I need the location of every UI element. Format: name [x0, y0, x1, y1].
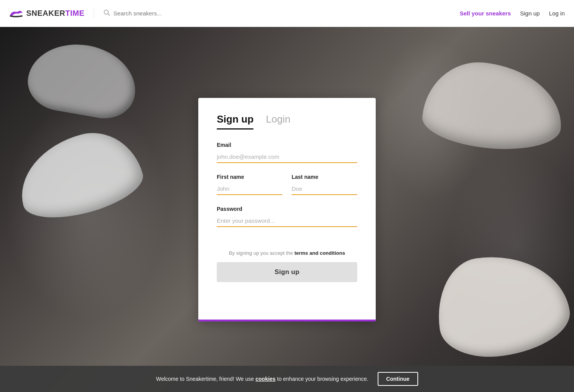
email-group: Email [217, 142, 357, 163]
nav-login-link[interactable]: Log in [549, 10, 565, 17]
tab-signup[interactable]: Sign up [217, 113, 253, 130]
lastname-input[interactable] [292, 183, 357, 195]
nav-signup-link[interactable]: Sign up [520, 10, 540, 17]
header: SNEAKERTIME Sell your sneakers Sign up L… [0, 0, 574, 27]
lastname-group: Last name [292, 174, 357, 195]
lastname-label: Last name [292, 174, 357, 180]
cookies-link[interactable]: cookies [255, 376, 275, 382]
logo[interactable]: SNEAKERTIME [9, 9, 94, 18]
email-label: Email [217, 142, 357, 148]
cookie-message: Welcome to Sneakertime, friend! We use c… [156, 376, 368, 382]
search-icon [103, 9, 110, 18]
password-group: Password [217, 206, 357, 227]
firstname-group: First name [217, 174, 282, 195]
sneaker-logo-icon [9, 9, 23, 18]
cookie-continue-button[interactable]: Continue [378, 372, 418, 386]
modal-accent-bar [198, 320, 376, 321]
email-input[interactable] [217, 151, 357, 163]
password-input[interactable] [217, 215, 357, 227]
tab-login[interactable]: Login [266, 113, 290, 130]
firstname-input[interactable] [217, 183, 282, 195]
auth-tabs: Sign up Login [217, 113, 357, 130]
search-input[interactable] [113, 10, 214, 17]
logo-text: SNEAKERTIME [26, 9, 84, 18]
svg-line-1 [108, 13, 110, 15]
main-nav: Sell your sneakers Sign up Log in [460, 10, 565, 17]
signup-button[interactable]: Sign up [217, 262, 357, 282]
name-row: First name Last name [217, 174, 357, 195]
signup-modal: Sign up Login Email First name Last name [198, 98, 376, 321]
search-area [94, 9, 460, 18]
hero-section: Sign up Login Email First name Last name [0, 27, 574, 392]
terms-text: By signing up you accept the terms and c… [217, 250, 357, 256]
password-label: Password [217, 206, 357, 212]
sell-sneakers-link[interactable]: Sell your sneakers [460, 10, 511, 17]
modal-overlay: Sign up Login Email First name Last name [0, 27, 574, 392]
cookie-banner: Welcome to Sneakertime, friend! We use c… [0, 366, 574, 392]
firstname-label: First name [217, 174, 282, 180]
terms-link[interactable]: terms and conditions [294, 250, 345, 256]
